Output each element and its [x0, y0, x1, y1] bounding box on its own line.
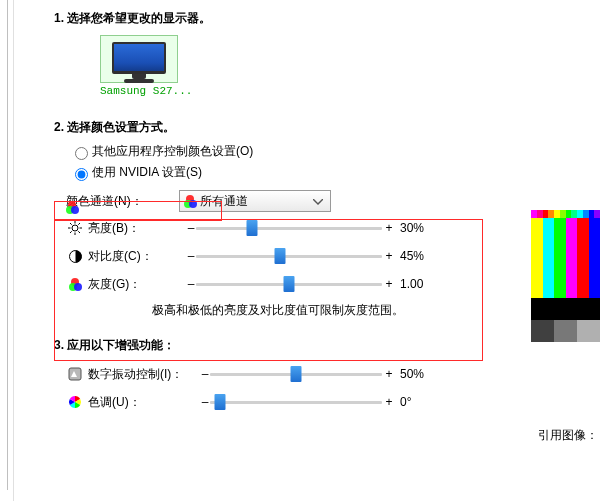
brightness-icon	[66, 220, 84, 236]
brightness-label: 亮度(B)：	[88, 220, 186, 237]
hue-slider[interactable]	[210, 394, 382, 410]
brightness-minus: –	[186, 221, 196, 235]
section1-title: 1. 选择您希望更改的显示器。	[54, 10, 600, 27]
svg-line-6	[78, 231, 80, 233]
vibrance-value: 50%	[396, 367, 444, 381]
radio-nvidia-label: 使用 NVIDIA 设置(S)	[92, 164, 202, 181]
brightness-slider[interactable]	[196, 220, 382, 236]
section2-title: 2. 选择颜色设置方式。	[54, 119, 600, 136]
chevron-down-icon	[310, 194, 326, 208]
gamma-value: 1.00	[396, 277, 444, 291]
gamma-slider[interactable]	[196, 276, 382, 292]
hue-label: 色调(U)：	[88, 394, 200, 411]
channel-dd-icon	[184, 195, 196, 207]
radio-nvidia[interactable]: 使用 NVIDIA 设置(S)	[66, 163, 600, 182]
section3-title: 3. 应用以下增强功能：	[54, 337, 600, 354]
svg-line-8	[70, 231, 72, 233]
contrast-minus: –	[186, 249, 196, 263]
radio-nvidia-input[interactable]	[75, 168, 88, 181]
contrast-slider[interactable]	[196, 248, 382, 264]
contrast-label: 对比度(C)：	[88, 248, 186, 265]
svg-point-0	[72, 225, 78, 231]
contrast-icon	[66, 248, 84, 264]
svg-line-5	[70, 223, 72, 225]
hue-icon	[66, 394, 84, 410]
channel-dropdown[interactable]: 所有通道	[179, 190, 331, 212]
preview-label: 引用图像：	[538, 427, 598, 444]
hue-plus: +	[382, 395, 396, 409]
monitor-label: Samsung S27...	[100, 85, 178, 97]
monitor-icon	[112, 42, 166, 80]
gamma-plus: +	[382, 277, 396, 291]
vibrance-icon	[66, 366, 84, 382]
vibrance-slider[interactable]	[210, 366, 382, 382]
brightness-plus: +	[382, 221, 396, 235]
vibrance-plus: +	[382, 367, 396, 381]
gamma-note: 极高和极低的亮度及对比度值可限制灰度范围。	[152, 302, 478, 319]
brightness-value: 30%	[396, 221, 444, 235]
radio-other-app[interactable]: 其他应用程序控制颜色设置(O)	[66, 142, 600, 161]
hue-minus: –	[200, 395, 210, 409]
vibrance-label: 数字振动控制(I)：	[88, 366, 200, 383]
vibrance-minus: –	[200, 367, 210, 381]
radio-other-label: 其他应用程序控制颜色设置(O)	[92, 143, 253, 160]
gamma-label: 灰度(G)：	[88, 276, 186, 293]
gamma-icon	[66, 276, 84, 292]
contrast-value: 45%	[396, 249, 444, 263]
gamma-minus: –	[186, 277, 196, 291]
contrast-plus: +	[382, 249, 396, 263]
svg-line-7	[78, 223, 80, 225]
channel-dd-value: 所有通道	[200, 193, 248, 210]
display-selector[interactable]: Samsung S27...	[100, 35, 178, 97]
radio-other-input[interactable]	[75, 147, 88, 160]
preview-panel	[531, 210, 600, 342]
hue-value: 0°	[396, 395, 444, 409]
